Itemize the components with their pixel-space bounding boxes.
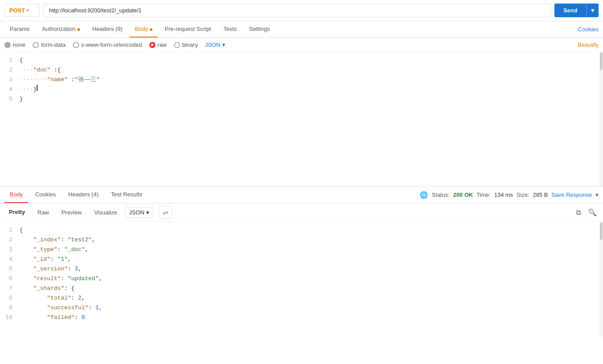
- response-tabs: Body Cookies Headers (4) Test Results 🌐 …: [0, 187, 603, 203]
- tab-settings[interactable]: Settings: [244, 21, 275, 38]
- response-json-chevron-icon: ▾: [146, 209, 149, 216]
- send-chevron-icon[interactable]: ▾: [586, 4, 599, 17]
- tab-authorization[interactable]: Authorization: [37, 21, 85, 38]
- response-json-select[interactable]: JSON ▾: [125, 207, 153, 218]
- response-tab-body[interactable]: Body: [4, 187, 28, 203]
- size-value: 285 B: [533, 191, 548, 198]
- radio-raw-circle: [149, 42, 155, 48]
- resp-line-1: {: [19, 225, 596, 235]
- tab-params[interactable]: Params: [4, 21, 35, 38]
- response-scrollbar-thumb[interactable]: [600, 222, 603, 240]
- request-code-content[interactable]: { ····"doc" :{ ········"name" :"张——三" ··…: [16, 52, 599, 186]
- method-chevron-icon: ▾: [27, 8, 29, 13]
- format-tab-visualize[interactable]: Visualize: [90, 207, 121, 218]
- method-selector[interactable]: POST ▾: [4, 4, 40, 17]
- code-line-2: ····"doc" :{: [19, 65, 596, 75]
- radio-raw[interactable]: raw: [149, 41, 167, 48]
- code-line-1: {: [19, 56, 596, 65]
- resp-line-3: "_type": "_doc",: [19, 245, 596, 255]
- beautify-button[interactable]: Beautify: [578, 41, 599, 48]
- status-code: 200 OK: [453, 191, 473, 198]
- format-tab-pretty[interactable]: Pretty: [4, 206, 30, 218]
- radio-urlencoded[interactable]: x-www-form-urlencoded: [73, 41, 142, 48]
- send-label: Send: [554, 4, 586, 17]
- code-line-4: ····}: [19, 85, 596, 94]
- wrap-icon[interactable]: ⇌: [159, 206, 172, 219]
- format-tab-preview[interactable]: Preview: [57, 207, 86, 218]
- response-line-numbers: 1 2 3 4 5 6 7 8 9 10: [0, 222, 16, 337]
- tab-tests[interactable]: Tests: [218, 21, 242, 38]
- radio-urlencoded-circle: [73, 42, 79, 48]
- resp-line-2: "_index": "test2",: [19, 235, 596, 245]
- json-chevron-icon: ▾: [222, 41, 225, 48]
- response-area: 1 2 3 4 5 6 7 8 9 10 { "_index": "test2"…: [0, 222, 603, 337]
- size-label: Size:: [516, 191, 529, 198]
- resp-line-5: "_version": 3,: [19, 264, 596, 274]
- save-response-button[interactable]: Save Response: [551, 191, 592, 198]
- body-dot: [150, 28, 152, 31]
- code-line-5: }: [19, 94, 596, 104]
- resp-line-8: "total": 2,: [19, 293, 596, 303]
- request-tabs: Params Authorization Headers (9) Body Pr…: [0, 21, 603, 38]
- body-type-row: none form-data x-www-form-urlencoded raw…: [0, 38, 603, 52]
- request-line-numbers: 1 2 3 4 5: [0, 52, 16, 186]
- search-response-icon[interactable]: 🔍: [586, 206, 599, 218]
- resp-line-7: "_shards": {: [19, 284, 596, 293]
- request-editor: 1 2 3 4 5 { ····"doc" :{ ········"name" …: [0, 52, 603, 187]
- method-label: POST: [9, 7, 25, 14]
- response-format-row: Pretty Raw Preview Visualize JSON ▾ ⇌ ⧉ …: [0, 203, 603, 222]
- response-action-icons: ⧉ 🔍: [574, 206, 599, 218]
- radio-form-data[interactable]: form-data: [33, 41, 66, 48]
- tabs-right: Cookies: [578, 26, 599, 33]
- response-meta: 🌐 Status: 200 OK Time: 134 ms Size: 285 …: [420, 191, 599, 199]
- resp-line-9: "successful": 1,: [19, 303, 596, 313]
- radio-binary[interactable]: binary: [174, 41, 198, 48]
- json-type-select[interactable]: JSON ▾: [205, 41, 225, 48]
- tab-headers[interactable]: Headers (9): [87, 21, 128, 38]
- response-tab-cookies[interactable]: Cookies: [30, 187, 61, 203]
- status-label: Status:: [432, 191, 449, 198]
- tab-body[interactable]: Body: [129, 21, 158, 38]
- save-response-chevron[interactable]: ▾: [595, 191, 599, 198]
- response-scrollbar[interactable]: [599, 222, 603, 337]
- resp-line-6: "result": "updated",: [19, 274, 596, 284]
- tab-pre-request[interactable]: Pre-request Script: [159, 21, 216, 38]
- copy-response-icon[interactable]: ⧉: [574, 207, 583, 218]
- code-line-3: ········"name" :"张——三": [19, 75, 596, 85]
- radio-form-data-circle: [33, 42, 39, 48]
- send-button[interactable]: Send ▾: [554, 4, 599, 17]
- response-tab-headers[interactable]: Headers (4): [63, 187, 104, 203]
- resp-line-10: "failed": 0: [19, 313, 596, 323]
- request-scrollbar[interactable]: [599, 52, 603, 186]
- authorization-dot: [77, 28, 80, 31]
- response-tab-test-results[interactable]: Test Results: [106, 187, 148, 203]
- radio-none-circle: [4, 42, 11, 48]
- resp-line-4: "_id": "1",: [19, 255, 596, 264]
- cookies-link[interactable]: Cookies: [578, 22, 599, 37]
- radio-none[interactable]: none: [4, 41, 26, 48]
- request-scrollbar-thumb[interactable]: [600, 53, 603, 70]
- time-value: 134 ms: [494, 191, 513, 198]
- response-code-content[interactable]: { "_index": "test2", "_type": "_doc", "_…: [16, 222, 599, 337]
- radio-binary-circle: [174, 42, 180, 48]
- url-input[interactable]: [43, 4, 551, 17]
- time-label: Time:: [477, 191, 491, 198]
- globe-icon: 🌐: [420, 191, 428, 199]
- format-tab-raw[interactable]: Raw: [33, 207, 53, 218]
- url-bar: POST ▾ Send ▾: [0, 0, 603, 21]
